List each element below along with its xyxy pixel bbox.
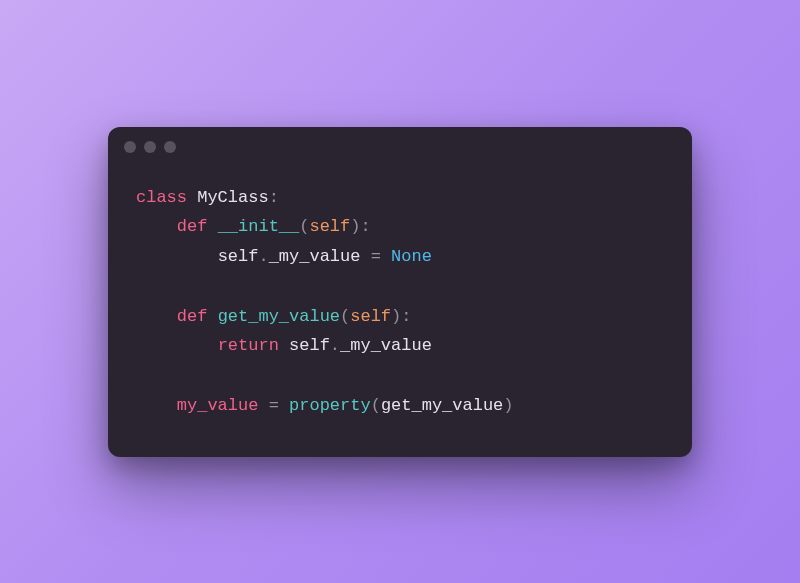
colon: : [401, 307, 411, 326]
identifier-my-value: my_value [177, 396, 259, 415]
param-self: self [309, 217, 350, 236]
rparen: ) [503, 396, 513, 415]
rparen: ) [391, 307, 401, 326]
assign: = [360, 247, 391, 266]
traffic-light-close-icon[interactable] [124, 141, 136, 153]
code-window: class MyClass: def __init__(self): self.… [108, 127, 692, 457]
function-init: __init__ [218, 217, 300, 236]
identifier-self: self [289, 336, 330, 355]
param-self: self [350, 307, 391, 326]
keyword-class: class [136, 188, 187, 207]
none-literal: None [391, 247, 432, 266]
rparen: ) [350, 217, 360, 236]
keyword-return: return [218, 336, 279, 355]
traffic-light-zoom-icon[interactable] [164, 141, 176, 153]
colon: : [360, 217, 370, 236]
builtin-property: property [289, 396, 371, 415]
traffic-light-minimize-icon[interactable] [144, 141, 156, 153]
dot: . [258, 247, 268, 266]
colon: : [269, 188, 279, 207]
identifier-my-value-priv: _my_value [340, 336, 432, 355]
identifier-self: self [218, 247, 259, 266]
keyword-def: def [177, 307, 208, 326]
dot: . [330, 336, 340, 355]
class-name: MyClass [197, 188, 268, 207]
code-block: class MyClass: def __init__(self): self.… [108, 167, 692, 457]
lparen: ( [371, 396, 381, 415]
keyword-def: def [177, 217, 208, 236]
function-get-my-value: get_my_value [218, 307, 340, 326]
lparen: ( [340, 307, 350, 326]
lparen: ( [299, 217, 309, 236]
window-titlebar [108, 127, 692, 167]
assign: = [258, 396, 289, 415]
arg-get-my-value: get_my_value [381, 396, 503, 415]
identifier-my-value-priv: _my_value [269, 247, 361, 266]
